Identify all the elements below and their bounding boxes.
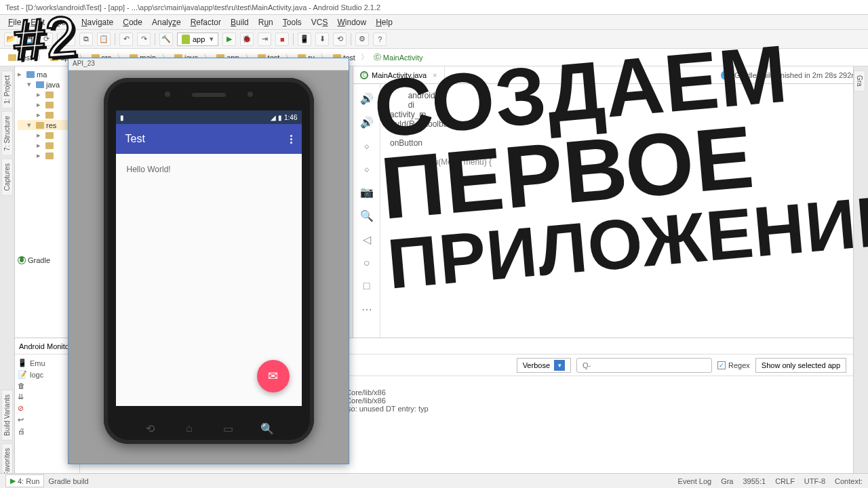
zoom-icon[interactable]: 🔍 (360, 209, 374, 222)
tag-icon[interactable]: ⬦ (363, 140, 370, 152)
recents-button[interactable]: ▭ (219, 422, 237, 434)
copy-icon[interactable]: ⧉ (79, 33, 93, 46)
camera-icon[interactable]: 📷 (360, 186, 374, 199)
clock: 1:46 (284, 114, 297, 121)
hammer-icon[interactable]: 🔨 (159, 33, 173, 46)
menu-window[interactable]: Window (333, 16, 370, 28)
menubar: File Edit View Navigate Code Analyze Ref… (0, 15, 868, 30)
log-search-input[interactable] (576, 358, 712, 373)
app-content: Hello World! (116, 154, 302, 185)
monitor-title: Android Monitor (19, 342, 72, 350)
undo-icon[interactable]: ↶ (119, 33, 133, 46)
tab-build-variants[interactable]: Build Variants (1, 390, 13, 441)
fab-button[interactable]: ✉ (257, 360, 290, 392)
left-tool-gutter: 1: Project 7: Structure Captures Build V… (0, 66, 15, 488)
redo-icon[interactable]: ↷ (137, 33, 151, 46)
paste-icon[interactable]: 📋 (97, 33, 111, 46)
help-icon[interactable]: ? (373, 33, 387, 46)
bc-root[interactable]: Test (5, 52, 35, 63)
mail-icon: ✉ (268, 369, 278, 384)
menu-help[interactable]: Help (372, 16, 397, 28)
menu-view[interactable]: View (50, 16, 76, 28)
android-statusbar: ▮ ◢ ▮ 1:46 (116, 110, 302, 124)
open-icon[interactable]: 📂 (4, 33, 18, 46)
attach-icon[interactable]: ⇥ (258, 33, 271, 46)
menu-run[interactable]: Run (254, 16, 277, 28)
tab-captures[interactable]: Captures (1, 159, 13, 196)
settings-icon[interactable]: ⚙ (355, 33, 369, 46)
window-titlebar: Test - [D:\works\android\Test] - [app] -… (0, 0, 868, 15)
emulator-titlebar[interactable]: API_23 (68, 58, 349, 70)
more-icon[interactable]: ⋯ (361, 303, 372, 316)
battery-icon: ▮ (120, 114, 124, 121)
refresh-icon[interactable]: ⟳ (39, 33, 53, 46)
cut-icon[interactable]: ✂ (62, 33, 75, 46)
speaker-icon[interactable]: 🔊 (360, 92, 374, 105)
sdk-icon[interactable]: ⬇ (315, 33, 329, 46)
save-icon[interactable]: 💾 (22, 33, 35, 46)
menu-navigate[interactable]: Navigate (77, 16, 117, 28)
stop-icon[interactable]: ■ (275, 33, 289, 46)
app-toolbar: Test (116, 124, 302, 154)
square-icon[interactable]: □ (363, 280, 370, 292)
encoding[interactable]: UTF-8 (804, 477, 825, 485)
editor-tabs: CMainActivity.java× iGradle build finish… (353, 66, 868, 84)
gradle-console-button[interactable]: Gra (721, 477, 733, 485)
search-button[interactable]: 🔍 (258, 422, 276, 434)
run-config-combo[interactable]: app (177, 33, 218, 46)
close-icon[interactable]: × (433, 71, 437, 79)
main-toolbar: 📂 💾 ⟳ ✂ ⧉ 📋 ↶ ↷ 🔨 app ▶ 🐞 ⇥ ■ 📱 ⬇ ⟲ ⚙ ? (0, 30, 868, 49)
phone-screen[interactable]: ▮ ◢ ▮ 1:46 Test Hello World! ✉ (116, 110, 302, 406)
run-icon[interactable]: ▶ (222, 33, 236, 46)
run-tool-button[interactable]: ▶4: Run (5, 474, 44, 487)
caret-position: 3955:1 (743, 477, 766, 485)
gradle-notification: iGradle build finished in 2m 28s 292ms (714, 66, 868, 83)
signal-icon: ◢ ▮ (271, 114, 282, 121)
tab-structure[interactable]: 7: Structure (1, 111, 13, 156)
gradle-icon (18, 256, 26, 264)
bc-file[interactable]: ⓒ MainActivity (371, 51, 426, 64)
filter-dropdown[interactable]: Show only selected app (755, 358, 846, 373)
android-icon (182, 35, 190, 44)
phone-frame: ▮ ◢ ▮ 1:46 Test Hello World! ✉ ⟲ ⌂ ▭ 🔍 (104, 78, 314, 444)
menu-edit[interactable]: Edit (26, 16, 49, 28)
info-icon: i (721, 70, 730, 80)
status-bar: ▶4: Run Gradle build Event Log Gra 3955:… (0, 473, 868, 488)
line-ending[interactable]: CRLF (775, 477, 795, 485)
debug-icon[interactable]: 🐞 (240, 33, 254, 46)
sync-icon[interactable]: ⟲ (333, 33, 347, 46)
tag-icon[interactable]: ⬦ (363, 163, 370, 175)
avd-icon[interactable]: 📱 (298, 33, 311, 46)
overflow-menu-icon[interactable] (290, 135, 292, 144)
event-log-button[interactable]: Event Log (678, 477, 712, 485)
back-button[interactable]: ⟲ (141, 422, 159, 434)
circle-icon[interactable]: ○ (363, 257, 370, 269)
log-level-dropdown[interactable]: Verbose▾ (517, 358, 571, 373)
tab-gradle[interactable]: Gra (854, 70, 865, 92)
menu-file[interactable]: File (4, 16, 25, 28)
menu-vcs[interactable]: VCS (307, 16, 332, 28)
menu-analyze[interactable]: Analyze (148, 16, 185, 28)
app-title: Test (125, 133, 145, 145)
class-icon: C (360, 71, 368, 79)
tab-project[interactable]: 1: Project (1, 70, 13, 108)
right-tool-gutter: Gra (853, 66, 868, 488)
context-label: Context: (835, 477, 863, 485)
status-text: Gradle build (48, 477, 88, 485)
back-icon[interactable]: ◁ (363, 233, 371, 246)
menu-code[interactable]: Code (119, 16, 146, 28)
menu-tools[interactable]: Tools (279, 16, 306, 28)
home-button[interactable]: ⌂ (180, 422, 198, 434)
speaker-icon[interactable]: 🔊 (360, 116, 374, 129)
menu-build[interactable]: Build (226, 16, 253, 28)
emulator-window[interactable]: API_23 ▮ ◢ ▮ 1:46 Test Hello World! ✉ ⟲ … (68, 58, 349, 464)
menu-refactor[interactable]: Refactor (186, 16, 225, 28)
editor-tab-mainactivity[interactable]: CMainActivity.java× (353, 66, 445, 83)
regex-checkbox[interactable]: ✓Regex (717, 361, 750, 369)
